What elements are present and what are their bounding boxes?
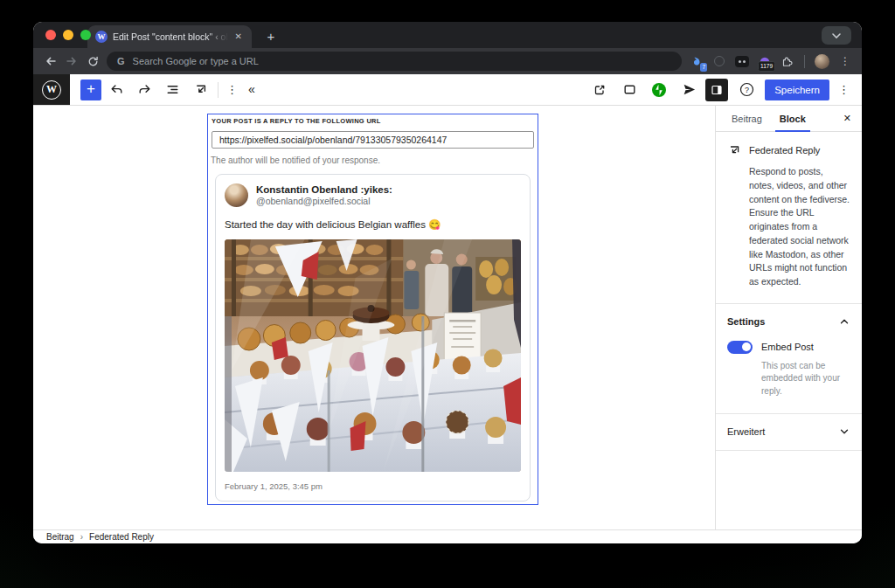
back-button[interactable] — [40, 51, 61, 72]
settings-panel: Settings Embed Post This post can be emb… — [716, 304, 862, 415]
embed-post-label: Embed Post — [761, 342, 814, 352]
editor-body: YOUR POST IS A REPLY TO THE FOLLOWING UR… — [33, 106, 862, 529]
post-author-row: Konstantin Obenland :yikes: @obenland@pi… — [225, 183, 521, 208]
extension-badge: 1179 — [758, 61, 775, 72]
block-card-description: Respond to posts, notes, videos, and oth… — [749, 165, 850, 289]
jetpack-boost-button[interactable] — [646, 77, 672, 103]
jetpack-icon — [651, 82, 667, 98]
editor-actions: ? Speichern ⋮ — [585, 77, 862, 103]
profile-avatar[interactable] — [815, 54, 829, 69]
sidebar-panel-icon — [710, 83, 724, 97]
editor-options-button[interactable]: ⋮ — [835, 83, 853, 96]
embed-post-row: Embed Post — [727, 341, 850, 354]
goggles-extension-icon — [735, 56, 749, 67]
new-tab-button[interactable]: + — [262, 29, 280, 44]
tab-close-icon[interactable]: ✕ — [233, 31, 244, 43]
undo-button[interactable] — [103, 77, 129, 103]
desktop-preview-icon — [622, 82, 637, 97]
federated-reply-tool-button[interactable] — [187, 77, 213, 103]
embed-post-help: This post can be embedded with your repl… — [761, 360, 847, 398]
wordpress-favicon-icon: W — [95, 31, 108, 43]
advanced-panel-header[interactable]: Erweitert — [727, 425, 850, 438]
author-meta: Konstantin Obenland :yikes: @obenland@pi… — [256, 183, 392, 208]
settings-sidebar-toggle[interactable] — [705, 79, 728, 101]
document-overview-button[interactable] — [159, 77, 185, 103]
forward-button[interactable] — [61, 51, 82, 72]
address-bar[interactable]: G — [107, 52, 682, 71]
share-publish-button[interactable] — [676, 77, 702, 103]
browser-tab[interactable]: W Edit Post "content block" ‹ ob ✕ — [87, 25, 252, 48]
chevron-down-icon — [838, 425, 850, 438]
block-card-title: Federated Reply — [749, 145, 820, 156]
tab-title: Edit Post "content block" ‹ ob — [113, 31, 228, 42]
forward-arrow-icon — [65, 54, 79, 68]
zoom-window-button[interactable] — [80, 30, 91, 40]
embed-post-toggle[interactable] — [727, 341, 753, 354]
collapse-button[interactable]: « — [241, 82, 262, 98]
close-window-button[interactable] — [45, 30, 56, 40]
tab-block[interactable]: Block — [771, 106, 815, 131]
reply-block-icon — [193, 82, 208, 97]
desktop: { "browser": { "tab": { "title": "Edit P… — [0, 0, 895, 588]
wordpress-admin-button[interactable]: W — [33, 74, 70, 105]
svg-text:?: ? — [745, 86, 749, 94]
save-button[interactable]: Speichern — [765, 80, 829, 100]
address-input[interactable] — [133, 56, 671, 66]
reload-button[interactable] — [82, 51, 103, 72]
advanced-panel: Erweitert — [716, 414, 862, 451]
federated-reply-block[interactable]: YOUR POST IS A REPLY TO THE FOLLOWING UR… — [207, 114, 538, 505]
block-breadcrumb-bar: Beitrag › Federated Reply — [33, 529, 862, 543]
tab-search-chevron-button[interactable] — [822, 26, 851, 45]
browser-toolbar: G 7 1179 — [33, 48, 862, 74]
undo-icon — [109, 82, 124, 97]
settings-panel-header[interactable]: Settings — [727, 315, 850, 328]
editor-top-bar: W + ⋮ « — [33, 74, 862, 106]
settings-sidebar: Beitrag Block ✕ Federated Reply Respond … — [715, 106, 862, 529]
preview-device-button[interactable] — [616, 77, 642, 103]
wordpress-logo-icon: W — [42, 80, 61, 100]
browser-menu-button[interactable]: ⋮ — [837, 56, 853, 66]
tab-strip: W Edit Post "content block" ‹ ob ✕ + — [33, 22, 862, 48]
extension-blue-button[interactable]: 7 — [689, 54, 704, 69]
breadcrumb-current[interactable]: Federated Reply — [89, 532, 154, 542]
paused-circle-icon — [714, 56, 725, 66]
post-photo — [225, 239, 521, 472]
list-view-icon — [165, 82, 180, 97]
post-date: February 1, 2025, 3:45 pm — [225, 481, 521, 491]
block-card-header: Federated Reply — [727, 143, 850, 157]
close-sidebar-button[interactable]: ✕ — [836, 108, 858, 128]
redo-icon — [137, 82, 152, 97]
extension-paused-button[interactable] — [711, 54, 726, 69]
view-post-button[interactable] — [586, 77, 613, 103]
redo-button[interactable] — [131, 77, 157, 103]
reply-url-input[interactable] — [212, 131, 534, 149]
extension-darkbox-button[interactable] — [734, 54, 749, 69]
toolbar-divider — [804, 55, 805, 68]
minimize-window-button[interactable] — [63, 30, 73, 40]
extension-purple-button[interactable]: 1179 — [757, 54, 772, 69]
embedded-post-card: Konstantin Obenland :yikes: @obenland@pi… — [215, 174, 531, 502]
breadcrumb-separator-icon: › — [80, 532, 83, 542]
reply-block-icon — [727, 143, 741, 157]
notify-notice: The author will be notified of your resp… — [208, 149, 538, 165]
author-avatar — [225, 183, 248, 207]
external-link-icon — [593, 83, 607, 97]
reload-icon — [87, 55, 100, 68]
tab-beitrag[interactable]: Beitrag — [723, 106, 771, 131]
sidebar-tabs: Beitrag Block ✕ — [716, 106, 862, 132]
author-handle: @obenland@pixelfed.social — [256, 196, 392, 207]
window-controls — [45, 30, 91, 40]
help-button[interactable]: ? — [733, 77, 760, 103]
extension-area: 7 1179 ⋮ — [689, 54, 855, 69]
browser-window: W Edit Post "content block" ‹ ob ✕ + — [33, 22, 862, 543]
paper-plane-icon — [682, 82, 697, 97]
chevron-down-icon — [831, 32, 842, 39]
editor-canvas[interactable]: YOUR POST IS A REPLY TO THE FOLLOWING UR… — [33, 106, 715, 529]
settings-panel-title: Settings — [727, 316, 765, 327]
extensions-menu-button[interactable] — [780, 54, 794, 69]
breadcrumb-root[interactable]: Beitrag — [46, 532, 74, 542]
chevron-up-icon — [838, 315, 850, 328]
block-options-button[interactable]: ⋮ — [223, 83, 241, 96]
advanced-panel-title: Erweitert — [727, 426, 765, 437]
block-inserter-button[interactable]: + — [80, 80, 101, 100]
